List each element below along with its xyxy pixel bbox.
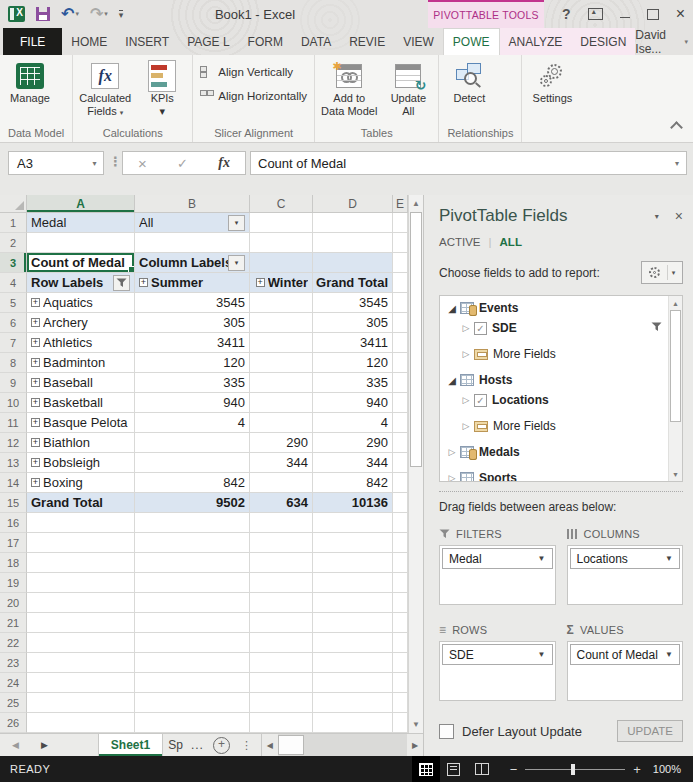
formula-bar[interactable]: Count of Medal ▾ <box>250 151 687 175</box>
chevron-down-icon[interactable]: ▼ <box>665 554 673 563</box>
row-header-14[interactable]: 14 <box>0 473 27 493</box>
formula-bar-expand-icon[interactable]: ▾ <box>668 159 686 168</box>
column-header-E[interactable]: E <box>393 195 408 213</box>
cell-A5[interactable]: +Aquatics <box>27 293 135 313</box>
cell-C23[interactable] <box>250 653 313 673</box>
cell-C15[interactable]: 634 <box>250 493 313 513</box>
field-list-scrollbar[interactable]: ▲ ▼ <box>668 296 682 481</box>
cell-D5[interactable]: 3545 <box>313 293 393 313</box>
zoom-in-icon[interactable]: + <box>633 762 641 777</box>
expand-icon[interactable]: + <box>31 318 40 327</box>
cell-A9[interactable]: +Baseball <box>27 373 135 393</box>
close-icon[interactable]: × <box>676 6 685 22</box>
minimize-icon[interactable] <box>620 17 630 18</box>
cell-E26[interactable] <box>393 713 408 733</box>
cell-B14[interactable]: 842 <box>135 473 250 493</box>
tab-analyze[interactable]: ANALYZE <box>500 28 572 55</box>
field-chip-locations[interactable]: Locations▼ <box>570 548 681 569</box>
cell-D10[interactable]: 940 <box>313 393 393 413</box>
scroll-left-icon[interactable]: ◀ <box>262 734 278 756</box>
cell-D2[interactable] <box>313 233 393 253</box>
cell-B6[interactable]: 305 <box>135 313 250 333</box>
cell-D8[interactable]: 120 <box>313 353 393 373</box>
expand-icon[interactable]: + <box>31 398 40 407</box>
cell-C26[interactable] <box>250 713 313 733</box>
cell-A21[interactable] <box>27 613 135 633</box>
chevron-down-icon[interactable]: ▼ <box>538 554 546 563</box>
cell-A17[interactable] <box>27 533 135 553</box>
cell-D17[interactable] <box>313 533 393 553</box>
help-icon[interactable]: ? <box>562 6 571 22</box>
cell-B25[interactable] <box>135 693 250 713</box>
expand-icon[interactable]: + <box>256 278 265 287</box>
row-header-2[interactable]: 2 <box>0 233 27 253</box>
cell-E23[interactable] <box>393 653 408 673</box>
expand-icon[interactable]: + <box>31 438 40 447</box>
zoom-slider-thumb[interactable] <box>571 764 575 775</box>
row-header-18[interactable]: 18 <box>0 553 27 573</box>
cell-B21[interactable] <box>135 613 250 633</box>
cell-A19[interactable] <box>27 573 135 593</box>
cell-D21[interactable] <box>313 613 393 633</box>
cell-A12[interactable]: +Biathlon <box>27 433 135 453</box>
cell-D16[interactable] <box>313 513 393 533</box>
cell-C9[interactable] <box>250 373 313 393</box>
insert-function-icon[interactable]: fx <box>218 155 230 171</box>
vertical-scrollbar-thumb[interactable] <box>410 212 422 467</box>
cell-A2[interactable] <box>27 233 135 253</box>
column-header-B[interactable]: B <box>135 195 250 213</box>
cell-A16[interactable] <box>27 513 135 533</box>
manage-button[interactable]: Manage <box>3 59 57 106</box>
user-account[interactable]: David Ise... ▾ <box>635 28 693 55</box>
page-break-view-button[interactable] <box>468 756 496 782</box>
pane-options-icon[interactable]: ▾ <box>655 212 659 221</box>
pane-tab-all[interactable]: ALL <box>500 236 522 248</box>
maximize-icon[interactable] <box>647 9 659 20</box>
field-item-locations[interactable]: ▷✓Locations <box>440 390 668 410</box>
cell-A13[interactable]: +Bobsleigh <box>27 453 135 473</box>
cell-D9[interactable]: 335 <box>313 373 393 393</box>
cell-E4[interactable] <box>393 273 408 293</box>
name-box-dropdown-icon[interactable]: ▾ <box>86 159 103 168</box>
expand-icon[interactable]: + <box>31 478 40 487</box>
cell-C8[interactable] <box>250 353 313 373</box>
row-header-19[interactable]: 19 <box>0 573 27 593</box>
row-header-7[interactable]: 7 <box>0 333 27 353</box>
values-area[interactable]: Count of Medal▼ <box>567 641 684 701</box>
ribbon-display-options-icon[interactable] <box>588 8 603 20</box>
excel-app-icon[interactable] <box>8 6 25 22</box>
align-vertically-button[interactable]: Align Vertically <box>200 62 307 81</box>
horizontal-scrollbar-thumb[interactable] <box>278 735 304 755</box>
expand-tree-icon[interactable]: ▷ <box>460 349 472 359</box>
column-header-A[interactable]: A <box>27 195 135 213</box>
expand-icon[interactable]: + <box>31 378 40 387</box>
row-header-4[interactable]: 4 <box>0 273 27 293</box>
row-header-24[interactable]: 24 <box>0 673 27 693</box>
cell-C16[interactable] <box>250 513 313 533</box>
cell-C21[interactable] <box>250 613 313 633</box>
cell-E9[interactable] <box>393 373 408 393</box>
zoom-slider[interactable] <box>525 769 625 770</box>
add-to-data-model-button[interactable]: ✱ Add to Data Model <box>318 59 380 119</box>
collapse-tree-icon[interactable]: ◢ <box>446 303 458 314</box>
tab-revie[interactable]: REVIE <box>340 28 394 55</box>
tab-design[interactable]: DESIGN <box>571 28 635 55</box>
zoom-out-icon[interactable]: − <box>510 762 518 777</box>
user-dropdown-icon[interactable]: ▾ <box>685 38 689 46</box>
cell-E14[interactable] <box>393 473 408 493</box>
expand-tree-icon[interactable]: ▷ <box>460 323 472 333</box>
row-labels-filter-icon[interactable] <box>113 275 130 291</box>
cell-B11[interactable]: 4 <box>135 413 250 433</box>
tab-home[interactable]: HOME <box>62 28 116 55</box>
cell-E25[interactable] <box>393 693 408 713</box>
row-header-10[interactable]: 10 <box>0 393 27 413</box>
row-header-1[interactable]: 1 <box>0 213 27 233</box>
field-chip-count-of-medal[interactable]: Count of Medal▼ <box>570 644 681 665</box>
cell-E6[interactable] <box>393 313 408 333</box>
row-header-26[interactable]: 26 <box>0 713 27 733</box>
cell-D6[interactable]: 305 <box>313 313 393 333</box>
horizontal-scrollbar[interactable]: ◀ ▶ <box>261 734 423 756</box>
row-header-21[interactable]: 21 <box>0 613 27 633</box>
cell-C2[interactable] <box>250 233 313 253</box>
cell-C14[interactable] <box>250 473 313 493</box>
